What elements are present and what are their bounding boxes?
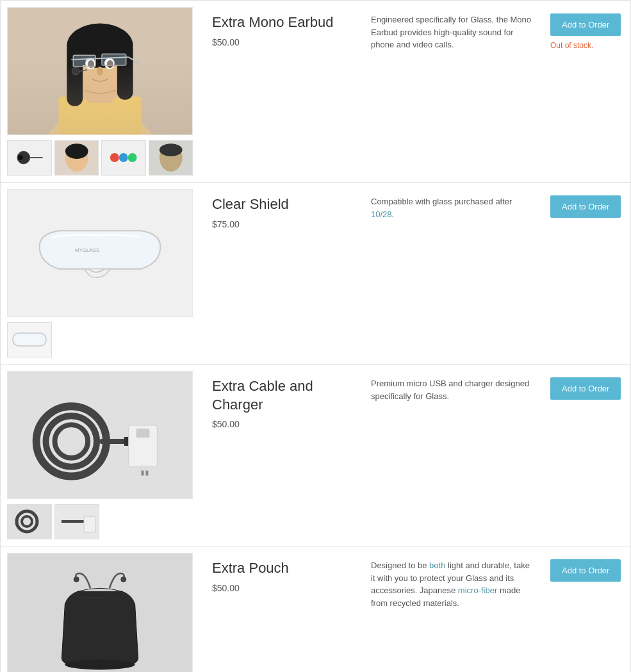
svg-point-11 bbox=[107, 60, 113, 68]
product-price-cable: $50.00 bbox=[212, 419, 352, 429]
product-main-image-shield: MYGLASS bbox=[7, 189, 193, 317]
svg-rect-13 bbox=[73, 55, 95, 67]
product-name-cable: Extra Cable and Charger bbox=[212, 377, 352, 414]
thumb-earbud-1-img bbox=[8, 141, 51, 175]
svg-point-1 bbox=[43, 110, 158, 135]
product-description-section-cable: Premium micro USB and charger designed s… bbox=[361, 365, 541, 546]
product-action-section-cable: Add to Order bbox=[541, 365, 630, 546]
svg-point-28 bbox=[110, 153, 119, 162]
svg-rect-53 bbox=[84, 516, 95, 532]
thumbnail-row-earbud bbox=[7, 140, 193, 176]
thumb-earbud-4-img bbox=[149, 141, 193, 175]
product-info-cable: Extra Cable and Charger $50.00 bbox=[199, 365, 361, 546]
shield-product-illustration: MYGLASS bbox=[8, 189, 192, 317]
product-info-pouch: Extra Pouch $50.00 bbox=[199, 546, 361, 672]
product-item-pouch: Extra Pouch $50.00 Designed to be both l… bbox=[0, 546, 631, 672]
thumbnail-row-cable bbox=[7, 504, 193, 539]
svg-point-8 bbox=[85, 58, 95, 69]
thumb-shield-1-img bbox=[8, 323, 51, 357]
product-item-shield: MYGLASS Clear Shield $75.00 bbox=[0, 183, 631, 365]
thumbnail-row-shield bbox=[7, 322, 193, 357]
add-to-order-button-shield[interactable]: Add to Order bbox=[550, 195, 621, 218]
svg-point-30 bbox=[128, 153, 137, 162]
add-to-order-button-pouch[interactable]: Add to Order bbox=[550, 559, 621, 582]
thumb-cable-1-img bbox=[8, 505, 51, 539]
svg-line-15 bbox=[129, 57, 142, 65]
svg-point-57 bbox=[65, 660, 135, 670]
svg-point-9 bbox=[104, 58, 115, 69]
product-description-pouch: Designed to be both light and durable, t… bbox=[371, 559, 531, 609]
product-image-section-earbud bbox=[1, 1, 199, 182]
svg-text:MYGLASS: MYGLASS bbox=[75, 247, 99, 253]
svg-point-25 bbox=[65, 143, 88, 159]
product-info-earbud: Extra Mono Earbud $50.00 bbox=[199, 1, 361, 182]
product-image-section-pouch bbox=[1, 546, 199, 672]
add-to-order-button-cable[interactable]: Add to Order bbox=[550, 377, 621, 400]
svg-point-33 bbox=[159, 143, 182, 156]
product-description-section-shield: Compatible with glass purchased after 10… bbox=[361, 183, 541, 364]
product-action-section-pouch: Add to Order bbox=[541, 546, 630, 672]
thumb-earbud-2-img bbox=[55, 141, 99, 175]
product-image-section-shield: MYGLASS bbox=[1, 183, 199, 364]
svg-point-22 bbox=[18, 155, 23, 160]
svg-rect-41 bbox=[100, 439, 126, 444]
svg-point-16 bbox=[72, 67, 79, 75]
product-action-section-shield: Add to Order bbox=[541, 183, 630, 364]
product-description-section-earbud: Engineered specifically for Glass, the M… bbox=[361, 1, 541, 182]
product-main-image-earbud bbox=[7, 7, 193, 135]
product-description-section-pouch: Designed to be both light and durable, t… bbox=[361, 546, 541, 672]
product-name-shield: Clear Shield bbox=[212, 195, 352, 214]
product-item-earbud: Extra Mono Earbud $50.00 Engineered spec… bbox=[0, 0, 631, 183]
svg-rect-3 bbox=[87, 78, 113, 103]
thumbnail-earbud-3[interactable] bbox=[101, 140, 146, 176]
product-item-cable: Extra Cable and Charger $50.00 Premium m… bbox=[0, 365, 631, 546]
svg-rect-45 bbox=[142, 471, 144, 476]
thumbnail-earbud-4[interactable] bbox=[149, 140, 193, 176]
thumbnail-cable-2[interactable] bbox=[54, 504, 99, 539]
earbud-product-illustration bbox=[8, 7, 192, 135]
thumbnail-earbud-1[interactable] bbox=[7, 140, 52, 176]
thumbnail-cable-1[interactable] bbox=[7, 504, 52, 539]
svg-rect-7 bbox=[117, 42, 133, 99]
thumb-earbud-3-img bbox=[102, 141, 145, 175]
svg-point-29 bbox=[119, 153, 128, 162]
svg-rect-14 bbox=[102, 54, 126, 65]
product-description-shield: Compatible with glass purchased after 10… bbox=[371, 195, 531, 220]
product-main-image-cable bbox=[7, 371, 193, 499]
cable-product-illustration bbox=[8, 371, 192, 499]
description-text-shield-2: . bbox=[392, 209, 395, 219]
product-info-shield: Clear Shield $75.00 bbox=[199, 183, 361, 364]
pouch-product-illustration bbox=[8, 553, 192, 672]
svg-rect-46 bbox=[146, 471, 149, 476]
svg-rect-6 bbox=[67, 42, 83, 106]
product-name-pouch: Extra Pouch bbox=[212, 559, 352, 578]
product-description-earbud: Engineered specifically for Glass, the M… bbox=[371, 13, 531, 51]
svg-line-17 bbox=[79, 70, 87, 71]
svg-rect-2 bbox=[58, 97, 141, 135]
thumb-cable-2-img bbox=[55, 505, 99, 539]
product-price-earbud: $50.00 bbox=[212, 37, 352, 47]
product-action-section-earbud: Add to Order Out of stock. bbox=[541, 1, 630, 182]
product-list: Extra Mono Earbud $50.00 Engineered spec… bbox=[0, 0, 631, 672]
description-text-cable: Premium micro USB and charger designed s… bbox=[371, 379, 529, 401]
add-to-order-button-earbud[interactable]: Add to Order bbox=[550, 13, 621, 36]
svg-point-55 bbox=[74, 577, 79, 582]
description-highlight-pouch-both: both bbox=[429, 561, 445, 570]
description-text-pouch-1: Designed to be bbox=[371, 561, 429, 570]
product-main-image-pouch bbox=[7, 553, 193, 672]
product-image-section-cable bbox=[1, 365, 199, 546]
thumbnail-earbud-2[interactable] bbox=[54, 140, 99, 176]
svg-point-10 bbox=[88, 60, 94, 68]
product-price-pouch: $50.00 bbox=[212, 583, 352, 593]
description-text-shield-1: Compatible with glass purchased after bbox=[371, 197, 512, 206]
product-name-earbud: Extra Mono Earbud bbox=[212, 13, 352, 32]
description-highlight-shield: 10/28 bbox=[371, 209, 392, 219]
description-text-earbud: Engineered specifically for Glass, the M… bbox=[371, 15, 531, 49]
out-of-stock-label-earbud: Out of stock. bbox=[550, 41, 593, 50]
description-highlight-pouch-fiber: micro-fiber bbox=[458, 586, 497, 595]
product-price-shield: $75.00 bbox=[212, 219, 352, 229]
thumbnail-shield-1[interactable] bbox=[7, 322, 52, 357]
svg-point-18 bbox=[97, 67, 103, 76]
product-description-cable: Premium micro USB and charger designed s… bbox=[371, 377, 531, 402]
svg-rect-47 bbox=[136, 429, 150, 438]
